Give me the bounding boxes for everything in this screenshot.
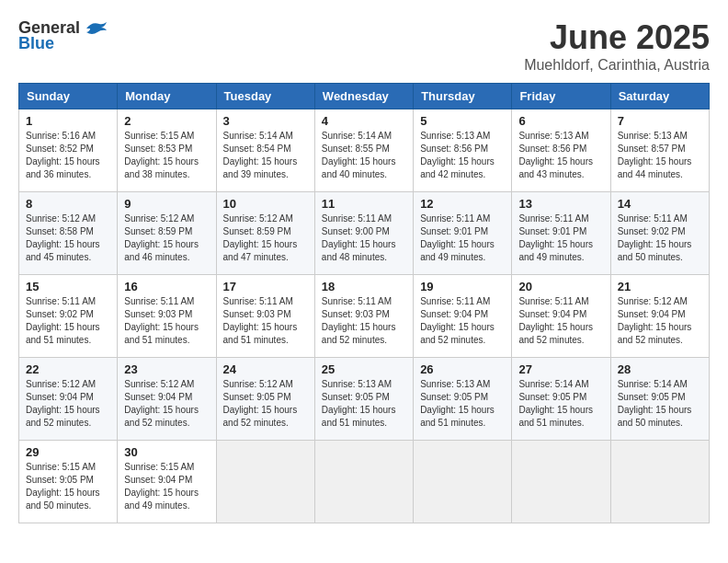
week-row-4: 22 Sunrise: 5:12 AMSunset: 9:04 PMDaylig… — [19, 358, 710, 441]
day-info: Sunrise: 5:11 AMSunset: 9:02 PMDaylight:… — [618, 213, 692, 262]
day-cell: 4 Sunrise: 5:14 AMSunset: 8:55 PMDayligh… — [314, 109, 413, 192]
day-cell: 21 Sunrise: 5:12 AMSunset: 9:04 PMDaylig… — [610, 275, 709, 358]
day-cell: 18 Sunrise: 5:11 AMSunset: 9:03 PMDaylig… — [314, 275, 413, 358]
day-number: 25 — [322, 362, 406, 376]
day-info: Sunrise: 5:11 AMSunset: 9:04 PMDaylight:… — [420, 296, 495, 345]
day-number: 9 — [124, 197, 209, 211]
day-cell: 12 Sunrise: 5:11 AMSunset: 9:01 PMDaylig… — [414, 192, 512, 275]
day-info: Sunrise: 5:11 AMSunset: 9:00 PMDaylight:… — [322, 213, 396, 262]
day-info: Sunrise: 5:11 AMSunset: 9:03 PMDaylight:… — [223, 296, 298, 345]
day-cell — [414, 441, 512, 523]
weekday-header-friday: Friday — [512, 84, 610, 109]
day-cell: 30 Sunrise: 5:15 AMSunset: 9:04 PMDaylig… — [118, 441, 216, 523]
day-cell: 9 Sunrise: 5:12 AMSunset: 8:59 PMDayligh… — [118, 192, 216, 275]
day-number: 20 — [518, 280, 603, 293]
day-info: Sunrise: 5:13 AMSunset: 8:57 PMDaylight:… — [618, 131, 692, 179]
day-number: 19 — [420, 280, 505, 293]
weekday-header-thursday: Thursday — [414, 84, 512, 109]
day-number: 18 — [322, 280, 406, 293]
day-number: 30 — [124, 445, 209, 459]
day-info: Sunrise: 5:14 AMSunset: 9:05 PMDaylight:… — [618, 379, 692, 428]
weekday-header-saturday: Saturday — [610, 84, 709, 109]
day-cell: 26 Sunrise: 5:13 AMSunset: 9:05 PMDaylig… — [414, 358, 512, 441]
day-info: Sunrise: 5:15 AMSunset: 8:53 PMDaylight:… — [124, 131, 199, 179]
day-number: 13 — [518, 197, 603, 211]
day-number: 7 — [618, 114, 702, 128]
day-cell: 10 Sunrise: 5:12 AMSunset: 8:59 PMDaylig… — [216, 192, 314, 275]
day-info: Sunrise: 5:12 AMSunset: 9:04 PMDaylight:… — [618, 296, 692, 345]
logo-blue: Blue — [18, 34, 54, 53]
day-info: Sunrise: 5:12 AMSunset: 8:59 PMDaylight:… — [124, 213, 199, 262]
location-title: Muehldorf, Carinthia, Austria — [524, 57, 710, 74]
weekday-header-row: SundayMondayTuesdayWednesdayThursdayFrid… — [19, 84, 710, 109]
day-info: Sunrise: 5:11 AMSunset: 9:04 PMDaylight:… — [518, 296, 593, 345]
day-cell: 19 Sunrise: 5:11 AMSunset: 9:04 PMDaylig… — [414, 275, 512, 358]
day-info: Sunrise: 5:13 AMSunset: 8:56 PMDaylight:… — [518, 131, 593, 179]
weekday-header-monday: Monday — [118, 84, 216, 109]
day-cell: 16 Sunrise: 5:11 AMSunset: 9:03 PMDaylig… — [118, 275, 216, 358]
day-cell: 24 Sunrise: 5:12 AMSunset: 9:05 PMDaylig… — [216, 358, 314, 441]
day-number: 21 — [618, 280, 702, 293]
day-cell: 13 Sunrise: 5:11 AMSunset: 9:01 PMDaylig… — [512, 192, 610, 275]
day-number: 28 — [618, 362, 702, 376]
week-row-3: 15 Sunrise: 5:11 AMSunset: 9:02 PMDaylig… — [19, 275, 710, 358]
day-cell: 1 Sunrise: 5:16 AMSunset: 8:52 PMDayligh… — [19, 109, 118, 192]
week-row-1: 1 Sunrise: 5:16 AMSunset: 8:52 PMDayligh… — [19, 109, 710, 192]
day-info: Sunrise: 5:13 AMSunset: 9:05 PMDaylight:… — [322, 379, 396, 428]
day-number: 4 — [322, 114, 406, 128]
day-cell: 27 Sunrise: 5:14 AMSunset: 9:05 PMDaylig… — [512, 358, 610, 441]
day-cell — [512, 441, 610, 523]
day-info: Sunrise: 5:12 AMSunset: 8:59 PMDaylight:… — [223, 213, 298, 262]
day-cell: 5 Sunrise: 5:13 AMSunset: 8:56 PMDayligh… — [414, 109, 512, 192]
day-info: Sunrise: 5:12 AMSunset: 9:04 PMDaylight:… — [124, 379, 199, 428]
day-info: Sunrise: 5:12 AMSunset: 9:04 PMDaylight:… — [26, 379, 100, 428]
day-info: Sunrise: 5:16 AMSunset: 8:52 PMDaylight:… — [26, 131, 100, 179]
calendar-table: SundayMondayTuesdayWednesdayThursdayFrid… — [18, 83, 710, 523]
day-info: Sunrise: 5:15 AMSunset: 9:04 PMDaylight:… — [124, 462, 199, 511]
day-cell — [610, 441, 709, 523]
day-cell: 17 Sunrise: 5:11 AMSunset: 9:03 PMDaylig… — [216, 275, 314, 358]
week-row-5: 29 Sunrise: 5:15 AMSunset: 9:05 PMDaylig… — [19, 441, 710, 523]
day-info: Sunrise: 5:11 AMSunset: 9:03 PMDaylight:… — [322, 296, 396, 345]
day-cell: 28 Sunrise: 5:14 AMSunset: 9:05 PMDaylig… — [610, 358, 709, 441]
day-number: 1 — [26, 114, 110, 128]
logo: General Blue — [18, 18, 108, 53]
day-number: 17 — [223, 280, 308, 293]
day-info: Sunrise: 5:14 AMSunset: 8:54 PMDaylight:… — [223, 131, 298, 179]
day-cell: 15 Sunrise: 5:11 AMSunset: 9:02 PMDaylig… — [19, 275, 118, 358]
day-info: Sunrise: 5:14 AMSunset: 9:05 PMDaylight:… — [518, 379, 593, 428]
day-number: 22 — [26, 362, 110, 376]
day-info: Sunrise: 5:12 AMSunset: 8:58 PMDaylight:… — [26, 213, 100, 262]
weekday-header-wednesday: Wednesday — [314, 84, 413, 109]
day-info: Sunrise: 5:11 AMSunset: 9:03 PMDaylight:… — [124, 296, 199, 345]
day-number: 3 — [223, 114, 308, 128]
day-number: 27 — [518, 362, 603, 376]
weekday-header-sunday: Sunday — [19, 84, 118, 109]
day-cell: 3 Sunrise: 5:14 AMSunset: 8:54 PMDayligh… — [216, 109, 314, 192]
day-number: 5 — [420, 114, 505, 128]
logo-bird-icon — [83, 19, 108, 38]
month-title: June 2025 — [524, 18, 710, 57]
day-cell — [314, 441, 413, 523]
day-info: Sunrise: 5:14 AMSunset: 8:55 PMDaylight:… — [322, 131, 396, 179]
day-info: Sunrise: 5:13 AMSunset: 9:05 PMDaylight:… — [420, 379, 495, 428]
day-info: Sunrise: 5:11 AMSunset: 9:01 PMDaylight:… — [518, 213, 593, 262]
day-number: 26 — [420, 362, 505, 376]
weekday-header-tuesday: Tuesday — [216, 84, 314, 109]
day-number: 11 — [322, 197, 406, 211]
day-cell: 7 Sunrise: 5:13 AMSunset: 8:57 PMDayligh… — [610, 109, 709, 192]
day-cell: 22 Sunrise: 5:12 AMSunset: 9:04 PMDaylig… — [19, 358, 118, 441]
day-number: 16 — [124, 280, 209, 293]
day-cell: 6 Sunrise: 5:13 AMSunset: 8:56 PMDayligh… — [512, 109, 610, 192]
day-cell: 14 Sunrise: 5:11 AMSunset: 9:02 PMDaylig… — [610, 192, 709, 275]
day-info: Sunrise: 5:11 AMSunset: 9:02 PMDaylight:… — [26, 296, 100, 345]
day-cell: 25 Sunrise: 5:13 AMSunset: 9:05 PMDaylig… — [314, 358, 413, 441]
day-cell: 20 Sunrise: 5:11 AMSunset: 9:04 PMDaylig… — [512, 275, 610, 358]
day-cell: 2 Sunrise: 5:15 AMSunset: 8:53 PMDayligh… — [118, 109, 216, 192]
week-row-2: 8 Sunrise: 5:12 AMSunset: 8:58 PMDayligh… — [19, 192, 710, 275]
title-area: June 2025 Muehldorf, Carinthia, Austria — [524, 18, 710, 74]
day-cell: 8 Sunrise: 5:12 AMSunset: 8:58 PMDayligh… — [19, 192, 118, 275]
day-cell: 23 Sunrise: 5:12 AMSunset: 9:04 PMDaylig… — [118, 358, 216, 441]
day-number: 2 — [124, 114, 209, 128]
day-info: Sunrise: 5:12 AMSunset: 9:05 PMDaylight:… — [223, 379, 298, 428]
